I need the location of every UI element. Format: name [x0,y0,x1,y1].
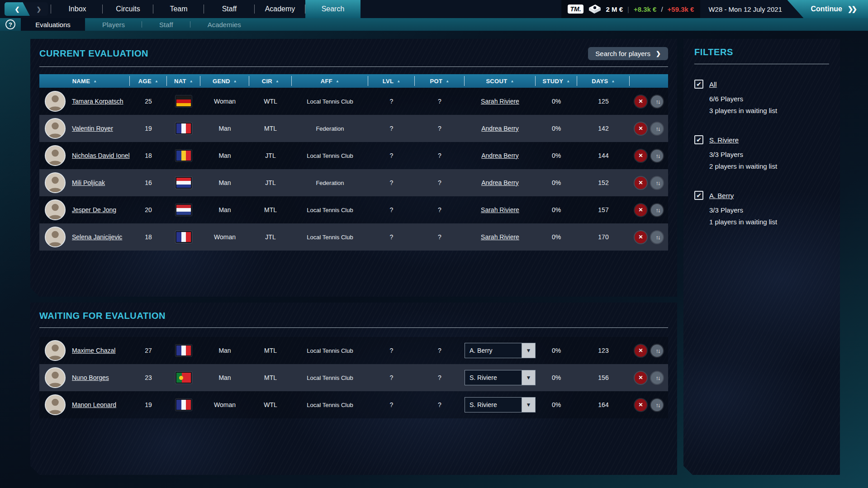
scout-dropdown[interactable]: A. Berry ▼ [465,343,536,358]
scout-dropdown[interactable]: S. Riviere ▼ [465,397,536,412]
swap-player-button[interactable]: ↑↓ [651,150,663,162]
subnav-tab[interactable]: Evaluations [21,18,85,31]
circuit-value: MTL [249,125,292,132]
player-name-link[interactable]: Jesper De Jong [72,206,116,213]
swap-player-button[interactable]: ↑↓ [651,123,663,135]
scout-link[interactable]: Sarah Riviere [465,98,536,105]
waiting-evaluation-panel: WAITING FOR EVALUATION Maxime Chazal 27 … [30,303,677,475]
remove-player-button[interactable]: ✕ [635,177,647,189]
player-name-link[interactable]: Nicholas David Ionel [72,152,130,159]
player-name-link[interactable]: Valentin Royer [72,125,113,132]
swap-player-button[interactable]: ↑↓ [651,231,663,243]
swap-arrows-icon: ↑↓ [656,180,660,186]
column-header[interactable]: STUDY ▲ [536,74,577,88]
player-avatar[interactable] [45,227,66,247]
swap-arrows-icon: ↑↓ [656,374,660,381]
person-silhouette-icon [46,146,65,165]
player-avatar[interactable] [45,199,66,220]
history-nav: ❮ ❯ [5,2,48,16]
swap-player-button[interactable]: ↑↓ [651,372,663,384]
remove-player-button[interactable]: ✕ [635,372,647,384]
topbar-tab[interactable]: Staff [204,0,255,18]
swap-player-button[interactable]: ↑↓ [651,345,663,357]
flag-france-icon [175,345,192,356]
nationality-cell [167,345,200,356]
player-row: Jesper De Jong 20 Man MTL Local Tennis C… [39,196,668,223]
column-header[interactable]: AFF ▲ [292,74,368,88]
filter-checkbox[interactable]: ✔ [694,135,703,144]
remove-player-button[interactable]: ✕ [635,150,647,162]
player-avatar[interactable] [45,394,66,415]
filter-group: ✔ A. Berry 3/3 Players 1 players in wait… [694,191,829,226]
scout-link[interactable]: Sarah Riviere [465,206,536,213]
player-avatar[interactable] [45,340,66,361]
table-header: NAME ▲ AGE ▲ NAT ▲ GEND ▲ CIR ▲ AFF ▲ LV… [39,74,668,88]
scout-link[interactable]: Andrea Berry [465,152,536,159]
column-header[interactable]: DAYS ▲ [577,74,630,88]
dropdown-caret-icon[interactable]: ▼ [522,398,535,412]
remove-player-button[interactable]: ✕ [635,399,647,411]
player-name-link[interactable]: Maxime Chazal [72,347,115,354]
column-header[interactable]: SCOUT ▲ [465,74,536,88]
column-header[interactable]: GEND ▲ [200,74,249,88]
age-value: 19 [130,401,167,408]
topbar-tab[interactable]: Inbox [52,0,103,18]
filter-checkbox[interactable]: ✔ [694,191,703,200]
swap-player-button[interactable]: ↑↓ [651,177,663,189]
topbar-tab[interactable]: Team [153,0,204,18]
subnav-tab[interactable]: Players [85,18,142,31]
filter-checkbox[interactable]: ✔ [694,80,703,89]
help-button[interactable]: ? [5,19,15,29]
topbar-tab[interactable]: Circuits [103,0,153,18]
subnav-tab[interactable]: Academies [190,18,258,31]
affiliation-value: Local Tennis Club [292,374,368,381]
column-header[interactable]: NAME ▲ [39,74,130,88]
scout-dropdown[interactable]: S. Riviere ▼ [465,370,536,385]
column-header[interactable]: POT ▲ [415,74,465,88]
filter-label-link[interactable]: S. Riviere [709,136,739,144]
scout-link[interactable]: Andrea Berry [465,125,536,132]
column-header[interactable]: NAT ▲ [167,74,200,88]
player-avatar[interactable] [45,172,66,193]
age-value: 27 [130,347,167,354]
swap-player-button[interactable]: ↑↓ [651,399,663,411]
column-header[interactable]: LVL ▲ [368,74,415,88]
swap-player-button[interactable]: ↑↓ [651,204,663,216]
forward-button[interactable]: ❯ [30,2,48,16]
player-row: Selena Janicijevic 18 Woman JTL Local Te… [39,223,668,251]
check-icon: ✔ [696,192,702,199]
topbar-tab[interactable]: Search [305,0,360,18]
player-avatar[interactable] [45,145,66,166]
player-avatar[interactable] [45,367,66,388]
search-for-players-button[interactable]: Search for players ❯ [588,47,668,60]
subnav-tab[interactable]: Staff [142,18,190,31]
swap-player-button[interactable]: ↑↓ [651,95,663,108]
player-name-link[interactable]: Tamara Korpatsch [72,98,123,105]
player-name-link[interactable]: Manon Leonard [72,401,116,408]
player-avatar[interactable] [45,91,66,112]
column-header[interactable]: CIR ▲ [249,74,292,88]
close-icon: ✕ [638,152,643,159]
player-name-link[interactable]: Selena Janicijevic [72,233,122,241]
filter-label-link[interactable]: All [709,81,717,88]
player-name-link[interactable]: Mili Poljicak [72,179,105,186]
remove-player-button[interactable]: ✕ [635,345,647,357]
player-avatar[interactable] [45,118,66,139]
gender-value: Man [200,125,249,132]
column-header-label: GEND [213,78,230,85]
nationality-cell [167,399,200,411]
dropdown-caret-icon[interactable]: ▼ [522,370,535,385]
player-name-link[interactable]: Nuno Borges [72,374,109,381]
topbar-tab[interactable]: Academy [255,0,305,18]
remove-player-button[interactable]: ✕ [635,123,647,135]
scout-link[interactable]: Andrea Berry [465,179,536,186]
continue-button[interactable]: Continue ❯❯ [787,0,868,18]
scout-link[interactable]: Sarah Riviere [465,233,536,241]
remove-player-button[interactable]: ✕ [635,95,647,108]
filter-label-link[interactable]: A. Berry [709,192,734,199]
dropdown-caret-icon[interactable]: ▼ [522,343,535,358]
remove-player-button[interactable]: ✕ [635,204,647,216]
back-button[interactable]: ❮ [5,2,30,16]
remove-player-button[interactable]: ✕ [635,231,647,243]
column-header[interactable]: AGE ▲ [130,74,167,88]
